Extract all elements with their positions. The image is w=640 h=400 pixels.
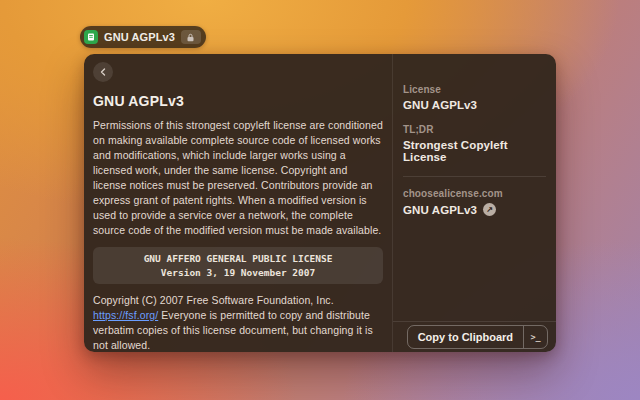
external-link-icon: ↗ [483, 203, 496, 216]
license-summary: Permissions of this strongest copyleft l… [93, 118, 383, 238]
tldr-meta-value: Strongest Copyleft License [403, 139, 546, 163]
lock-icon [181, 30, 201, 44]
command-pill[interactable]: GNU AGPLv3 [80, 26, 206, 48]
metadata-sidebar: License GNU AGPLv3 TL;DR Strongest Copyl… [393, 54, 556, 352]
license-heading-line1: GNU AFFERO GENERAL PUBLIC LICENSE [99, 252, 377, 266]
license-heading-block: GNU AFFERO GENERAL PUBLIC LICENSE Versio… [93, 247, 383, 284]
license-extension-icon [84, 30, 98, 44]
fsf-link[interactable]: https://fsf.org/ [93, 309, 158, 321]
metadata-list: License GNU AGPLv3 TL;DR Strongest Copyl… [393, 54, 556, 229]
site-meta-label: choosealicense.com [403, 188, 546, 199]
license-meta-value: GNU AGPLv3 [403, 99, 546, 111]
app-window: GNU AGPLv3 Permissions of this strongest… [84, 54, 556, 352]
back-button[interactable] [93, 62, 113, 82]
site-link-row[interactable]: GNU AGPLv3 ↗ [403, 203, 546, 216]
sidebar-divider [403, 176, 546, 177]
copy-to-clipboard-button[interactable]: Copy to Clipboard >_ [407, 325, 548, 349]
license-meta-label: License [403, 84, 546, 95]
back-chevron-icon [100, 68, 106, 76]
command-pill-label: GNU AGPLv3 [104, 31, 175, 43]
license-heading-line2: Version 3, 19 November 2007 [99, 266, 377, 280]
tldr-meta-label: TL;DR [403, 124, 546, 135]
license-title: GNU AGPLv3 [93, 93, 383, 109]
site-link-label: GNU AGPLv3 [403, 204, 477, 216]
terminal-prompt-icon: >_ [524, 326, 547, 348]
copyright-prefix: Copyright (C) 2007 Free Software Foundat… [93, 294, 334, 306]
copy-button-label: Copy to Clipboard [408, 326, 523, 348]
action-bar: Copy to Clipboard >_ [393, 321, 556, 352]
copyright-text: Copyright (C) 2007 Free Software Foundat… [93, 293, 383, 352]
license-detail-panel: GNU AGPLv3 Permissions of this strongest… [84, 54, 392, 352]
